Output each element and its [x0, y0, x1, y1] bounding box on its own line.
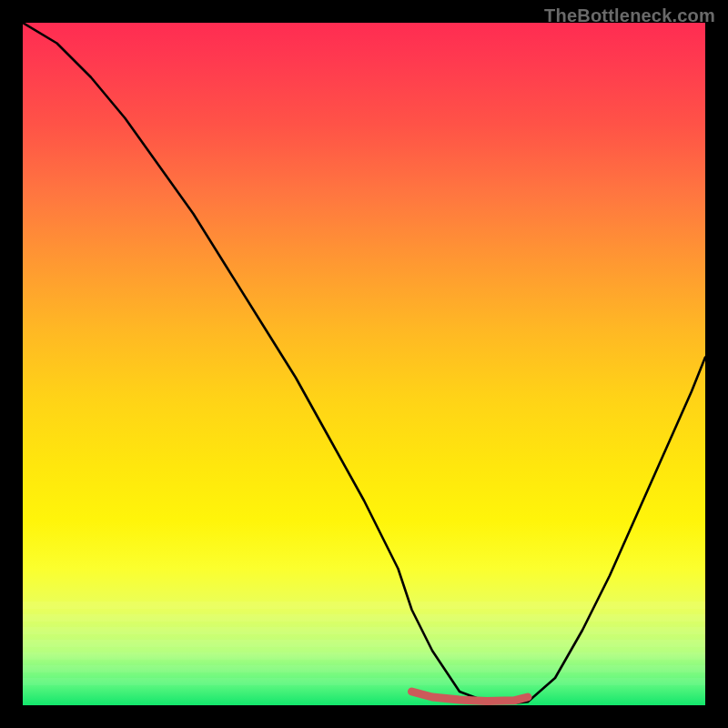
plot-area [23, 23, 705, 705]
main-curve [23, 23, 705, 703]
ideal-segment [412, 692, 529, 702]
chart-frame: TheBottleneck.com [0, 0, 728, 728]
curve-svg [23, 23, 705, 705]
watermark-label: TheBottleneck.com [544, 5, 715, 26]
